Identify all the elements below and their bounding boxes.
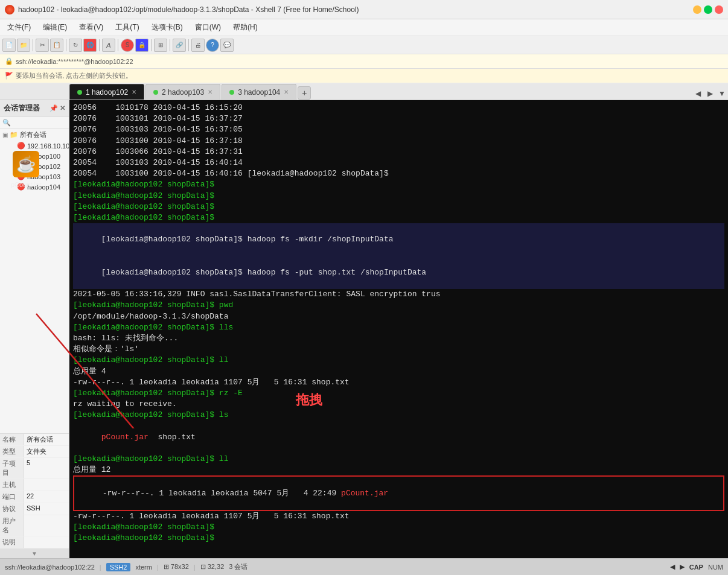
term-cmd2: [leokadia@hadoop102 shopData]$ hadoop fs… <box>73 256 724 290</box>
tb-sep7 <box>188 39 189 51</box>
tab-close-1[interactable]: ✕ <box>132 89 136 95</box>
prop-val-type: 文件夹 <box>24 446 69 457</box>
prop-key-port: 端口 <box>0 491 24 503</box>
prop-key-name: 名称 <box>0 434 24 445</box>
sidebar-close[interactable]: ✕ <box>60 104 65 112</box>
prop-val-children: 5 <box>24 458 69 478</box>
term-end-prompt2: [leokadia@hadoop102 shopData]$ <box>73 533 724 544</box>
pcount-icon-image: ☕ <box>13 151 39 177</box>
term-pwd-result: /opt/module/hadoop-3.1.3/shopData <box>73 311 724 322</box>
status-ssh2: SSH2 <box>106 563 131 571</box>
tb-sep4 <box>118 39 118 51</box>
term-line-2: 20076 1003101 2010-04-15 16:37:27 <box>73 113 724 124</box>
tb-connect[interactable]: 🔗 <box>173 39 186 52</box>
search-input[interactable] <box>12 119 66 127</box>
tb-globe[interactable]: 🌐 <box>83 39 97 52</box>
pcount-icon-label: pCount.jar <box>11 181 42 188</box>
tree-item-ip[interactable]: 🔴 192.168.10.100 <box>0 141 69 151</box>
tb-layout[interactable]: ⊞ <box>154 39 167 52</box>
status-xterm: xterm <box>135 564 152 571</box>
tab-hadoop104[interactable]: 3 hadoop104 ✕ <box>222 84 296 100</box>
status-arrow-left[interactable]: ◀ <box>670 563 675 571</box>
tb-sep6 <box>170 39 170 51</box>
sidebar-search-bar: 🔍 <box>0 117 69 129</box>
term-ls-cmd: [leokadia@hadoop102 shopData]$ ls <box>73 410 724 421</box>
tab-nav-menu[interactable]: ▼ <box>716 87 728 100</box>
prop-val-host <box>24 479 69 491</box>
tab-label-1: 1 hadoop102 <box>86 88 128 97</box>
sidebar-title: 会话管理器 <box>4 103 40 113</box>
term-ll2-total: 总用量 12 <box>73 465 724 475</box>
terminal[interactable]: 20056 1010178 2010-04-15 16:15:20 20076 … <box>69 100 728 558</box>
term-cmd1-text: [leokadia@hadoop102 shopData]$ hadoop fs… <box>101 235 394 244</box>
prop-val-username <box>24 515 69 536</box>
status-arrow-right[interactable]: ▶ <box>680 563 685 571</box>
tab-nav-next[interactable]: ▶ <box>704 87 716 100</box>
tab-nav-prev[interactable]: ◀ <box>692 87 704 100</box>
ssh-address: ssh://leokadia:**********@hadoop102:22 <box>16 58 133 65</box>
term-ll3-file: -rw-r--r--. 1 leokadia leokadia 1107 5月 … <box>73 511 724 522</box>
tb-print[interactable]: 🖨 <box>191 39 205 52</box>
term-rz-wait: rz waiting to receive. <box>73 399 724 410</box>
status-sessions-count: 3 会话 <box>229 562 247 571</box>
menu-tools[interactable]: 工具(T) <box>113 21 141 34</box>
prop-val-protocol: SSH <box>24 503 69 515</box>
java-icon: ☕ <box>16 155 36 174</box>
tab-hadoop102[interactable]: 1 hadoop102 ✕ <box>69 84 144 100</box>
tb-cut[interactable]: ✂ <box>36 39 49 52</box>
tb-refresh[interactable]: ↻ <box>69 39 82 52</box>
close-button[interactable] <box>715 5 723 14</box>
sidebar-scroll-down[interactable]: ▼ <box>0 548 69 558</box>
menu-tabs[interactable]: 选项卡(B) <box>149 21 185 34</box>
menu-bar: 文件(F) 编辑(E) 查看(V) 工具(T) 选项卡(B) 窗口(W) 帮助(… <box>0 19 728 36</box>
term-cmd1: [leokadia@hadoop102 shopData]$ hadoop fs… <box>73 223 724 256</box>
tb-chat[interactable]: 💬 <box>220 39 234 52</box>
tab-close-2[interactable]: ✕ <box>208 89 212 95</box>
term-line-5: 20076 1003066 2010-04-15 16:37:31 <box>73 147 724 157</box>
tb-help[interactable]: ? <box>206 39 219 52</box>
term-rz-cmd: [leokadia@hadoop102 shopData]$ rz -E <box>73 388 724 399</box>
status-sep2: | <box>157 564 159 571</box>
term-lls-cmd: [leokadia@hadoop102 shopData]$ lls <box>73 322 724 333</box>
conn-icon-0: 🔴 <box>17 142 25 150</box>
tab-dot-3 <box>229 90 234 95</box>
menu-view[interactable]: 查看(V) <box>77 21 106 34</box>
term-line-7: 20054 1003100 2010-04-15 16:40:16 [leoka… <box>73 168 724 179</box>
menu-help[interactable]: 帮助(H) <box>231 21 260 34</box>
term-hl-prefix: -rw-r--r--. 1 leokadia leokadia 5047 5月 … <box>103 489 341 498</box>
tree-root-label: 所有会话 <box>20 130 46 139</box>
menu-file[interactable]: 文件(F) <box>5 21 33 34</box>
app-icon <box>5 5 14 14</box>
tree-root[interactable]: ▣ 📁 所有会话 <box>0 129 69 141</box>
tb-font[interactable]: A <box>102 39 115 52</box>
term-ls-rest: shop.txt <box>148 433 196 442</box>
tb-blue[interactable]: 🔒 <box>135 39 148 52</box>
tab-hadoop103[interactable]: 2 hadoop103 ✕ <box>145 84 220 100</box>
prop-key-host: 主机 <box>0 479 24 491</box>
term-hl-pcount: pCount.jar <box>341 489 388 498</box>
minimize-button[interactable] <box>693 5 701 14</box>
term-ll-cmd: [leokadia@hadoop102 shopData]$ ll <box>73 355 724 366</box>
tab-label-3: 3 hadoop104 <box>238 88 280 97</box>
tb-red[interactable]: S <box>121 39 134 52</box>
tab-close-3[interactable]: ✕ <box>284 89 289 95</box>
tb-folder[interactable]: 📁 <box>17 39 30 52</box>
sidebar-pin[interactable]: 📌 <box>49 104 58 112</box>
folder-icon-root: 📁 <box>10 131 18 139</box>
status-bar: ssh://leokadia@hadoop102:22 | SSH2 xterm… <box>0 558 728 575</box>
tab-add-button[interactable]: + <box>298 86 311 100</box>
tb-copy[interactable]: 📋 <box>50 39 63 52</box>
toolbar: 📄 📁 ✂ 📋 ↻ 🌐 A S 🔒 ⊞ 🔗 🖨 ? 💬 <box>0 36 728 54</box>
term-lls-err1: bash: lls: 未找到命令... <box>73 333 724 344</box>
tb-new[interactable]: 📄 <box>2 39 16 52</box>
cursor-icon: ⊡ <box>200 563 206 570</box>
tab-label-2: 2 hadoop103 <box>162 88 204 97</box>
tab-dot-1 <box>77 90 82 95</box>
status-cursor: ⊡ 32,32 <box>200 563 225 571</box>
window-title: hadoop102 - leokadia@hadoop102:/opt/modu… <box>18 5 693 14</box>
desktop-icon-pcount[interactable]: ☕ pCount.jar <box>11 151 42 188</box>
menu-window[interactable]: 窗口(W) <box>193 21 223 34</box>
term-line-1: 20056 1010178 2010-04-15 16:15:20 <box>73 103 724 113</box>
menu-edit[interactable]: 编辑(E) <box>40 21 69 34</box>
maximize-button[interactable] <box>704 5 712 14</box>
